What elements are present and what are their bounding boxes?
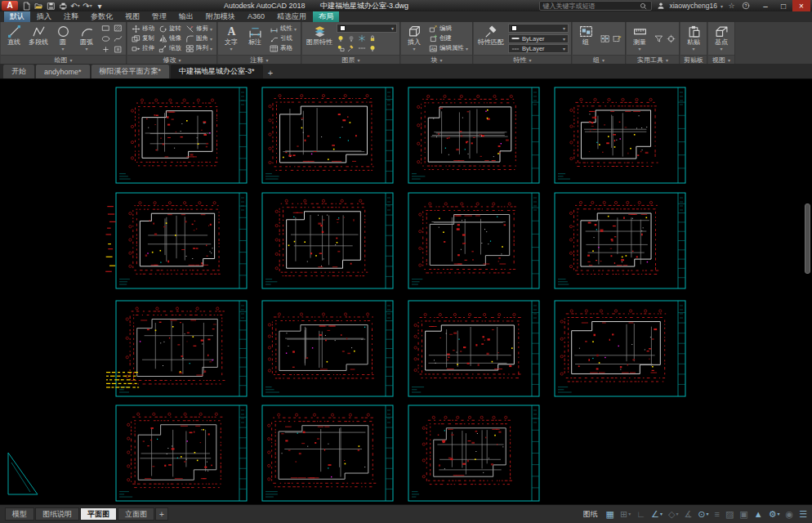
object-snap-icon[interactable]: ⊙▾	[698, 510, 708, 519]
ribbon-button-组[interactable]: 组	[575, 23, 596, 54]
ribbon-tool-quick-select-icon[interactable]	[653, 34, 664, 43]
ribbon-tab-附加模块[interactable]: 附加模块	[200, 11, 241, 22]
selection-cycling-icon[interactable]: ▣	[739, 510, 747, 519]
dropdown-arrow-icon[interactable]: ▾	[294, 26, 297, 32]
property-dropdown-3[interactable]: ByLayer▾	[508, 44, 569, 53]
file-tab-中建福地星城办公室-3*[interactable]: 中建福地星城办公室-3*	[171, 65, 263, 78]
layer-tool-layer-bulb-on-icon[interactable]	[337, 34, 345, 42]
new-file-icon[interactable]	[20, 1, 32, 11]
ribbon-button-阵列[interactable]: 阵列▾	[184, 43, 214, 53]
ribbon-button-图层特性[interactable]: 图层特性	[305, 23, 334, 54]
ribbon-button-旋转[interactable]: 旋转	[157, 24, 183, 34]
ribbon-tool-ungroup-icon[interactable]	[599, 34, 610, 43]
dropdown-arrow-icon[interactable]: ▾	[210, 26, 212, 32]
ribbon-button-移动[interactable]: 移动	[130, 24, 156, 34]
search-icon[interactable]	[638, 2, 649, 10]
ribbon-tab-注释[interactable]: 注释	[58, 11, 84, 22]
snap-icon[interactable]: ⊞▾	[620, 510, 631, 519]
layer-tool-layer-lock-icon[interactable]	[368, 34, 377, 42]
viewport-plan-4[interactable]	[543, 86, 692, 186]
panel-label-视图[interactable]: 视图▾	[708, 55, 734, 64]
ribbon-button-缩放[interactable]: 缩放	[157, 43, 183, 53]
ribbon-tab-参数化[interactable]: 参数化	[85, 11, 118, 22]
workspace-gear-icon[interactable]: ⚙▾	[769, 510, 780, 519]
dropdown-arrow-icon[interactable]: ▾	[721, 46, 723, 53]
dropdown-arrow-icon[interactable]: ▾	[210, 36, 212, 42]
grid-icon[interactable]: ▦	[606, 510, 614, 519]
file-tab-开始[interactable]: 开始	[3, 65, 34, 78]
ribbon-tool-spline-icon[interactable]	[112, 34, 123, 43]
ribbon-tool-hatch-icon[interactable]	[112, 23, 123, 33]
redo-icon[interactable]: ↷▾	[82, 1, 93, 11]
dropdown-arrow-icon[interactable]: ▾	[693, 46, 695, 53]
panel-label-注释[interactable]: 注释▾	[218, 55, 301, 64]
panel-label-修改[interactable]: 修改▾	[127, 55, 216, 64]
transparency-icon[interactable]: ▨	[725, 510, 734, 519]
viewport-plan-15[interactable]	[397, 404, 546, 503]
undo-icon[interactable]: ↶▾	[69, 1, 81, 11]
ribbon-button-测量[interactable]: 测量▾	[629, 23, 650, 54]
ortho-icon[interactable]: ∟	[636, 510, 645, 519]
signin-username[interactable]: xiaowycheng16	[669, 2, 717, 10]
dropdown-arrow-icon[interactable]: ▾	[61, 46, 64, 53]
viewport-plan-3[interactable]	[397, 86, 546, 186]
ribbon-button-多段线[interactable]: 多段线	[27, 23, 50, 54]
scrollbar-thumb[interactable]	[805, 203, 810, 274]
ribbon-button-创建[interactable]: 创建	[427, 34, 453, 43]
ribbon-tool-group-edit-icon[interactable]	[611, 34, 622, 43]
layer-tool-layer-bulb-off-icon[interactable]	[347, 34, 355, 42]
layer-tool-layer-isolate-icon[interactable]	[337, 44, 345, 52]
layer-tool-layer-bulb-on-icon[interactable]	[368, 44, 377, 52]
layout-tab-平面图[interactable]: 平面图	[80, 507, 117, 521]
layer-tool-layer-match-icon[interactable]	[347, 44, 355, 52]
property-dropdown-1[interactable]: ▾	[508, 24, 569, 33]
help-icon[interactable]: ?	[740, 2, 751, 10]
ribbon-button-插入[interactable]: 插入▾	[404, 23, 425, 54]
ribbon-button-圆[interactable]: 圆▾	[52, 23, 74, 54]
ribbon-tool-point-icon[interactable]	[100, 44, 111, 54]
viewport-plan-2[interactable]	[251, 86, 399, 186]
ribbon-tab-插入[interactable]: 插入	[31, 11, 57, 22]
ribbon-button-编辑属性[interactable]: Ab编辑属性▾	[427, 43, 470, 53]
app-menu-button[interactable]: A	[2, 1, 18, 11]
new-layout-button[interactable]: +	[155, 507, 168, 521]
layout-tab-图纸说明[interactable]: 图纸说明	[35, 507, 79, 521]
ribbon-button-修剪[interactable]: 修剪▾	[184, 24, 214, 34]
ribbon-tab-A360[interactable]: A360	[242, 11, 270, 22]
drawing-canvas[interactable]	[0, 79, 812, 504]
dropdown-arrow-icon[interactable]: ▾	[85, 46, 87, 53]
ribbon-tab-精选应用[interactable]: 精选应用	[271, 11, 312, 22]
panel-label-特性[interactable]: 特性▾	[474, 55, 571, 64]
ribbon-button-线性[interactable]: 线性▾	[268, 24, 298, 34]
ribbon-button-拉伸[interactable]: 拉伸	[130, 43, 156, 53]
space-mode-label[interactable]: 图纸	[581, 509, 600, 520]
viewport-plan-8[interactable]	[543, 191, 692, 291]
dropdown-arrow-icon[interactable]: ▾	[466, 46, 468, 51]
account-dropdown-icon[interactable]: ▾	[721, 3, 723, 9]
layer-select-dropdown[interactable]: ▾	[337, 24, 397, 33]
ribbon-tab-管理[interactable]: 管理	[146, 11, 172, 22]
ribbon-tab-默认[interactable]: 默认	[4, 11, 30, 22]
ribbon-button-圆角[interactable]: 圆角▾	[184, 34, 214, 43]
help-search-box[interactable]	[539, 1, 652, 11]
annotation-visibility-icon[interactable]: ▲	[754, 510, 763, 519]
file-tab-andyhome*[interactable]: andyhome*	[36, 65, 90, 78]
ribbon-button-圆弧[interactable]: 圆弧▾	[76, 23, 97, 54]
customize-icon[interactable]: ☰	[799, 510, 807, 519]
viewport-plan-5[interactable]	[105, 191, 253, 291]
apps-icon[interactable]: ☆	[726, 2, 737, 10]
ribbon-tool-rectangle-icon[interactable]	[100, 23, 111, 33]
layout-tab-立面图[interactable]: 立面图	[118, 507, 154, 521]
ribbon-tool-id-point-icon[interactable]	[665, 34, 676, 43]
open-folder-icon[interactable]	[33, 1, 44, 11]
panel-label-实用工具[interactable]: 实用工具▾	[627, 55, 679, 64]
ribbon-button-文字[interactable]: A文字▾	[221, 23, 242, 54]
ribbon-tool-region-icon[interactable]	[112, 44, 123, 54]
polar-tracking-icon[interactable]: ∠▾	[651, 510, 663, 519]
panel-label-块[interactable]: 块▾	[401, 55, 472, 64]
ribbon-button-基点[interactable]: 基点▾	[711, 23, 732, 54]
ribbon-tab-视图[interactable]: 视图	[119, 11, 145, 22]
viewport-plan-13[interactable]	[105, 404, 253, 503]
lineweight-icon[interactable]: ≡	[715, 510, 720, 519]
viewport-plan-10[interactable]	[251, 299, 399, 399]
